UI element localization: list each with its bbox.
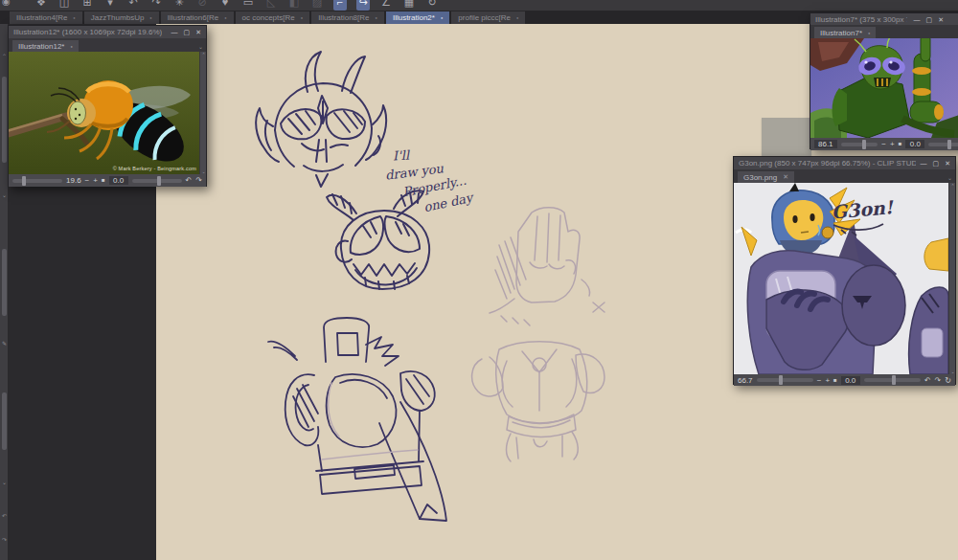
bee-photo <box>9 52 199 174</box>
vertical-scrollbar[interactable]: ⌃ ⌄ <box>199 52 206 174</box>
gradient-icon[interactable]: ◧ <box>287 0 301 11</box>
rotate-left-button[interactable]: ↶ <box>186 174 193 187</box>
minimize-icon[interactable]: — <box>914 13 921 25</box>
maximize-icon[interactable]: ▢ <box>926 13 933 25</box>
doc-tab-illustration4[interactable]: Illustration4[Re ● <box>10 11 82 24</box>
history-redo-icon[interactable]: ↷ <box>0 536 9 543</box>
doc-tab-illustration6[interactable]: Illustration6[Re ● <box>161 11 234 24</box>
modified-dot-icon: ● <box>70 44 72 49</box>
rotate-right-button[interactable]: ↷ <box>935 374 942 387</box>
sketch-pencil-torso <box>463 323 616 466</box>
doc-tab-g3on[interactable]: G3on.png ✕ <box>738 171 794 183</box>
zoom-out-button[interactable]: − <box>817 374 822 387</box>
tab-label: Illustration8[Re <box>318 13 369 22</box>
zoom-in-button[interactable]: + <box>825 374 830 387</box>
minimize-icon[interactable]: — <box>921 157 927 169</box>
window-statusbar: 66.7 − + ■ 0.0 ↶ ↷ ↻ <box>734 374 955 386</box>
fit-screen-button[interactable]: ■ <box>899 138 902 150</box>
doc-tab-illustration2-selected[interactable]: Illustration2* ● <box>386 11 449 24</box>
zoom-in-button[interactable]: + <box>890 138 895 150</box>
zoom-out-button[interactable]: − <box>85 174 90 187</box>
crop-icon[interactable]: ◺ <box>264 0 278 11</box>
window-g3on: G3on.png (850 x 747px 96dpi 66.75%) - CL… <box>733 156 956 385</box>
zoom-slider[interactable] <box>12 179 62 183</box>
close-icon[interactable]: ✕ <box>938 13 944 25</box>
zoom-value: 19.6 <box>66 176 81 185</box>
rotate-slider[interactable] <box>928 143 958 146</box>
tab-list-chevron-icon[interactable]: ⌄ <box>198 43 203 50</box>
grid-icon[interactable]: ▦ <box>402 0 416 11</box>
tool-pen-icon[interactable]: ✎ <box>0 340 9 347</box>
spinner-icon: ✳ <box>172 0 186 11</box>
marquee-icon[interactable]: ▭ <box>241 0 255 11</box>
zoom-in-button[interactable]: + <box>93 174 98 187</box>
zoom-value: 66.7 <box>738 376 753 385</box>
scroll-up-icon[interactable]: ⌃ <box>949 183 955 189</box>
modified-dot-icon: ● <box>375 15 376 20</box>
open-file-icon[interactable]: ◫ <box>57 0 71 11</box>
tab-close-icon[interactable]: ✕ <box>783 173 788 181</box>
window-titlebar[interactable]: Illustration7* (375 x 300px 72d — ▢ ✕ <box>810 13 958 25</box>
modified-dot-icon: ● <box>301 15 303 20</box>
vertical-scrollbar[interactable]: ⌃ ⌄ <box>948 183 955 374</box>
window-titlebar[interactable]: G3on.png (850 x 747px 96dpi 66.75%) - CL… <box>734 157 955 169</box>
scroll-down-icon[interactable]: ⌄ <box>949 369 955 374</box>
rotate-left-button[interactable]: ↶ <box>924 374 931 387</box>
maximize-icon[interactable]: ▢ <box>933 157 940 169</box>
rotate-value: 0.0 <box>841 376 860 385</box>
save-export-icon[interactable]: ⊞ <box>80 0 94 11</box>
scroll-down-icon[interactable]: ⌄ <box>0 191 9 198</box>
maximize-icon[interactable]: ▢ <box>184 26 191 38</box>
tab-list-chevron-icon[interactable]: ⌄ <box>947 174 952 181</box>
undo-icon[interactable]: ↶ <box>126 0 140 11</box>
close-icon[interactable]: ✕ <box>945 157 950 169</box>
doc-tab-oc-concepts[interactable]: oc concepts[Re ● <box>236 11 310 24</box>
rotate-right-button[interactable]: ↷ <box>195 174 202 187</box>
window-title: G3on.png (850 x 747px 96dpi 66.75%) - CL… <box>739 159 916 168</box>
pan-hand-icon[interactable]: ❖ <box>34 0 48 11</box>
doc-tab-illustration12[interactable]: Illustration12* ● <box>12 40 79 52</box>
modified-dot-icon: ● <box>868 31 870 35</box>
g3on-image-view[interactable]: G3on! ⌃ ⌄ <box>734 183 955 374</box>
select-heart-icon[interactable]: ♥ <box>218 0 232 11</box>
scroll-down-icon[interactable]: ⌄ <box>0 479 9 485</box>
history-undo-icon[interactable]: ↶ <box>0 512 9 519</box>
window-titlebar[interactable]: Illustration12* (1600 x 1069px 72dpi 19.… <box>9 26 206 38</box>
doc-tab-illustration8[interactable]: Illustration8[Re ● <box>311 11 384 24</box>
tab-label: Illustration2* <box>393 13 435 22</box>
scrollbar-thumb[interactable] <box>2 249 7 316</box>
zoom-slider[interactable] <box>841 143 878 146</box>
zoom-slider[interactable] <box>757 378 813 382</box>
reset-rotation-button[interactable]: ↻ <box>945 374 951 387</box>
rotate-slider[interactable] <box>132 179 182 183</box>
rotate-value: 0.0 <box>905 140 924 148</box>
doc-tab-illustration7[interactable]: Illustration7* ● <box>814 27 876 38</box>
sketch-robot-torso-wing <box>259 316 455 531</box>
fit-screen-button[interactable]: ■ <box>102 174 105 187</box>
bee-photo-view[interactable]: © Mark Berkery - Beingmark.com ⌃ ⌄ <box>9 52 206 174</box>
screentone-icon[interactable]: ▨ <box>310 0 324 11</box>
scroll-down-icon[interactable]: ⌄ <box>200 168 206 174</box>
scroll-up-icon[interactable]: ⌃ <box>200 52 206 57</box>
redo-icon[interactable]: ↷ <box>149 0 163 11</box>
close-icon[interactable]: ✕ <box>195 26 201 38</box>
snap-ruler-icon[interactable]: ⌐ <box>333 0 347 11</box>
scrollbar-thumb[interactable] <box>2 392 7 450</box>
rotate-view-icon[interactable]: ↻ <box>425 0 439 11</box>
minimize-icon[interactable]: — <box>171 26 178 38</box>
photo-copyright: © Mark Berkery - Beingmark.com <box>113 166 196 171</box>
zoom-value: 86.1 <box>814 140 837 148</box>
rotate-slider[interactable] <box>864 378 921 382</box>
modified-dot-icon: ● <box>73 15 75 20</box>
snap-angle-icon[interactable]: ∠ <box>379 0 393 11</box>
zoom-out-button[interactable]: − <box>881 138 886 150</box>
modified-dot-icon: ● <box>516 15 518 20</box>
doc-tab-jazzthumbsup[interactable]: JazzThumbsUp ● <box>84 11 159 24</box>
doc-tab-profile-piccc[interactable]: profile piccc[Re ● <box>451 11 525 24</box>
scrollbar-thumb[interactable] <box>2 77 7 163</box>
snap-curve-icon[interactable]: ↪ <box>356 0 370 11</box>
dropdown-chevron-icon[interactable]: ▾ <box>103 0 117 11</box>
deselect-icon[interactable]: ⊘ <box>195 0 209 11</box>
fit-screen-button[interactable]: ■ <box>833 374 837 387</box>
mantis-image-view[interactable]: ⌃ ⌄ <box>810 38 958 138</box>
